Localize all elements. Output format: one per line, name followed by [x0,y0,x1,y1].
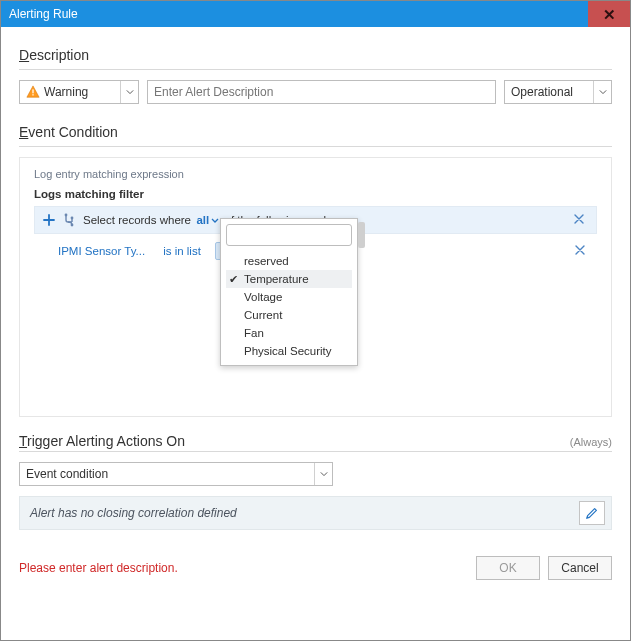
ec-subtitle-2: Logs matching filter [34,188,597,200]
description-header: Description [19,47,612,63]
condition-operator[interactable]: is in list [159,243,205,259]
divider [19,146,612,147]
dropdown-filter-input[interactable] [226,224,352,246]
trigger-always-label: (Always) [570,436,612,448]
state-combo[interactable]: Operational [504,80,612,104]
dropdown-option[interactable]: Physical Security [226,342,352,360]
check-icon: ✔ [229,273,238,286]
dropdown-option[interactable]: Current [226,306,352,324]
remove-filter-button[interactable] [574,213,588,227]
level-combo[interactable]: Warning [19,80,139,104]
dropdown-scrollbar[interactable] [358,222,365,248]
level-value: Warning [44,85,88,99]
dropdown-option[interactable]: reserved [226,252,352,270]
value-dropdown: reserved ✔ Temperature Voltage Current F… [220,218,358,366]
description-input[interactable] [147,80,496,104]
filter-prefix: Select records where [83,214,191,226]
ec-subtitle-1: Log entry matching expression [34,168,597,180]
trigger-header: Trigger Alerting Actions On [19,433,185,449]
cancel-button[interactable]: Cancel [548,556,612,580]
event-condition-box: Log entry matching expression Logs match… [19,157,612,417]
add-filter-button[interactable] [41,212,57,228]
chevron-down-icon [314,463,332,485]
filter-mode-toggle[interactable]: all [196,214,219,226]
title-bar: Alerting Rule ✕ [1,1,630,27]
divider [19,451,612,452]
correlation-info: Alert has no closing correlation defined [19,496,612,530]
divider [19,69,612,70]
chevron-down-icon [120,81,138,103]
branch-icon[interactable] [63,213,77,227]
dropdown-option[interactable]: Fan [226,324,352,342]
pencil-icon [585,506,599,520]
remove-condition-button[interactable] [575,244,589,258]
svg-rect-0 [32,89,33,93]
dropdown-option[interactable]: ✔ Temperature [226,270,352,288]
chevron-down-icon [593,81,611,103]
edit-correlation-button[interactable] [579,501,605,525]
svg-rect-1 [32,94,33,95]
ok-button[interactable]: OK [476,556,540,580]
close-button[interactable]: ✕ [588,1,630,27]
window-title: Alerting Rule [9,7,78,21]
condition-field[interactable]: IPMI Sensor Ty... [54,243,149,259]
dropdown-option[interactable]: Voltage [226,288,352,306]
validation-error: Please enter alert description. [19,561,178,575]
correlation-text: Alert has no closing correlation defined [30,506,237,520]
svg-point-2 [65,214,68,217]
warning-icon [26,85,40,99]
trigger-combo[interactable]: Event condition [19,462,333,486]
state-value: Operational [511,85,573,99]
svg-point-3 [71,217,74,220]
trigger-value: Event condition [26,467,108,481]
close-icon: ✕ [603,7,616,22]
chevron-down-icon [211,218,219,223]
event-condition-header: Event Condition [19,124,612,140]
